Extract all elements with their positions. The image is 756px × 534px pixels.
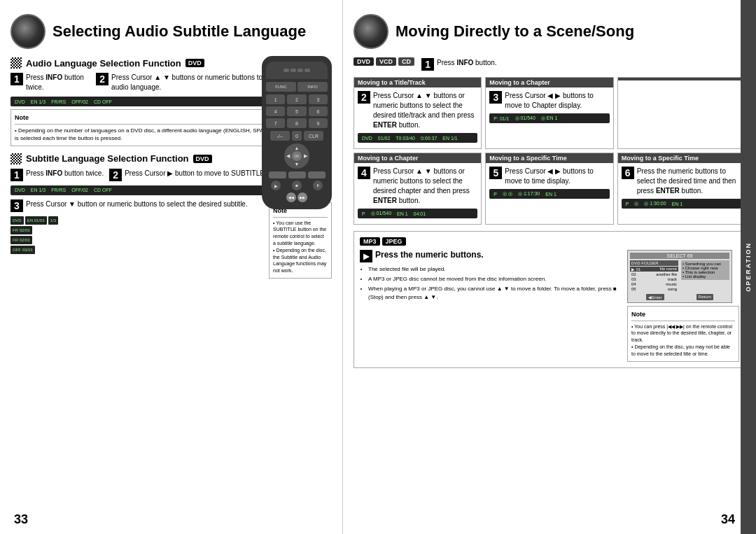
badge-dvd: DVD (354, 57, 374, 66)
right-header: Moving Directly to a Scene/Song (354, 14, 746, 49)
operation-sidebar: OPERATION (741, 0, 756, 534)
mp3-right: SELECT 69 DVD FOLDER ▶ 01file name 02ano… (627, 250, 739, 362)
badge-vcd: VCD (376, 57, 396, 66)
checkerboard-icon-2 (10, 153, 22, 164)
step5: 5 Press Cursor ◀ ▶ buttons to move to ti… (489, 167, 609, 186)
header-specific-time-2: Moving to a Specific Time (618, 153, 745, 163)
instruction-grid-row2: Moving to a Chapter 4 Press Cursor ▲ ▼ b… (354, 153, 746, 225)
badge-jpeg: JPEG (382, 237, 406, 246)
step4: 4 Press Cursor ▲ ▼ buttons or numeric bu… (358, 167, 477, 206)
right-page: Moving Directly to a Scene/Song DVD VCD … (343, 0, 756, 534)
audio-step1: 1 Press INFO button twice. (10, 73, 90, 92)
left-title: Selecting Audio Subtitle Language (52, 22, 306, 41)
box-specific-time-step6: Moving to a Specific Time 6 Press the nu… (617, 153, 746, 225)
dvd-badge-subtitle: DVD (193, 155, 212, 163)
subtitle-display-rows: DVD EN 01/03 1/3 FR 02/03 FR 02/03 OFF 0… (10, 216, 262, 254)
step1-number: 1 (10, 73, 23, 85)
mp3-left: ▶ Press the numeric buttons. The selecte… (360, 250, 622, 362)
header-title-track: Moving to a Title/Track (354, 78, 481, 87)
header-chapter-1: Moving to a Chapter (486, 78, 612, 87)
mp3-badge-row: MP3 JPEG (360, 237, 739, 246)
select-screen: SELECT 69 DVD FOLDER ▶ 01file name 02ano… (627, 250, 732, 303)
header-chapter-2: Moving to a Chapter (354, 153, 481, 163)
header-empty-r1 (618, 78, 745, 80)
box-title-track: Moving to a Title/Track 2 Press Cursor ▲… (354, 77, 482, 149)
page-number-right: 34 (721, 512, 735, 527)
left-page: Selecting Audio Subtitle Language Audio … (0, 0, 343, 534)
left-header: Selecting Audio Subtitle Language (10, 14, 332, 49)
box-chapter-step3: Moving to a Chapter 3 Press Cursor ◀ ▶ b… (485, 77, 613, 149)
box-empty-r1 (617, 77, 746, 149)
operation-label: OPERATION (745, 242, 752, 292)
badge-mp3: MP3 (360, 237, 380, 246)
remote-body: FUNC INFO 1 2 3 4 5 6 7 8 9 -/-- 0 CLR (262, 56, 332, 209)
right-title: Moving Directly to a Scene/Song (396, 22, 634, 41)
badge-cd: CD (398, 57, 414, 66)
box-chapter-step4: Moving to a Chapter 4 Press Cursor ▲ ▼ b… (354, 153, 482, 225)
right-badges: DVD VCD CD (354, 57, 414, 66)
checkerboard-icon (10, 57, 22, 69)
right-badge-step1: DVD VCD CD 1 Press INFO button. (354, 57, 746, 71)
header-specific-time-1: Moving to a Specific Time (486, 153, 612, 163)
subtitle-step3: 3 Press Cursor ▼ button or numeric butto… (10, 199, 262, 212)
mp3-bullets: The selected file will be played. A MP3 … (360, 265, 622, 302)
subtitle-step1: 1 Press INFO button twice. (10, 169, 104, 181)
remote-control: FUNC INFO 1 2 3 4 5 6 7 8 9 -/-- 0 CLR (262, 56, 339, 209)
step3: 3 Press Cursor ◀ ▶ buttons to move to Ch… (489, 91, 609, 111)
step1-text: Press INFO button twice. (26, 73, 90, 92)
mp3-note: Note • You can press |◀◀ ▶▶| on the remo… (627, 306, 739, 362)
disc-icon-right (354, 14, 388, 49)
mp3-section: MP3 JPEG ▶ Press the numeric buttons. Th… (354, 231, 746, 368)
subtitle-step3-area: 3 Press Cursor ▼ button or numeric butto… (10, 199, 332, 279)
page-number-left: 33 (14, 512, 28, 527)
mp3-step: ▶ Press the numeric buttons. (360, 250, 622, 262)
mp3-main-text: Press the numeric buttons. (375, 250, 484, 261)
mp3-content: ▶ Press the numeric buttons. The selecte… (360, 250, 739, 362)
disc-icon-left (10, 14, 46, 49)
subtitle-note: Note • You can use the SUBTITLE button o… (269, 199, 332, 279)
step2-number: 2 (96, 73, 108, 85)
step2-title-track: 2 Press Cursor ▲ ▼ buttons or numeric bu… (358, 91, 477, 130)
right-step1: 1 Press INFO button. (421, 58, 497, 71)
box-specific-time-step5: Moving to a Specific Time 5 Press Cursor… (485, 153, 613, 225)
dvd-badge-audio: DVD (186, 59, 204, 67)
subtitle-step3-text-area: 3 Press Cursor ▼ button or numeric butto… (10, 199, 262, 279)
instruction-grid-row1: Moving to a Title/Track 2 Press Cursor ▲… (354, 77, 746, 149)
step6: 6 Press the numeric buttons to select th… (622, 167, 741, 196)
